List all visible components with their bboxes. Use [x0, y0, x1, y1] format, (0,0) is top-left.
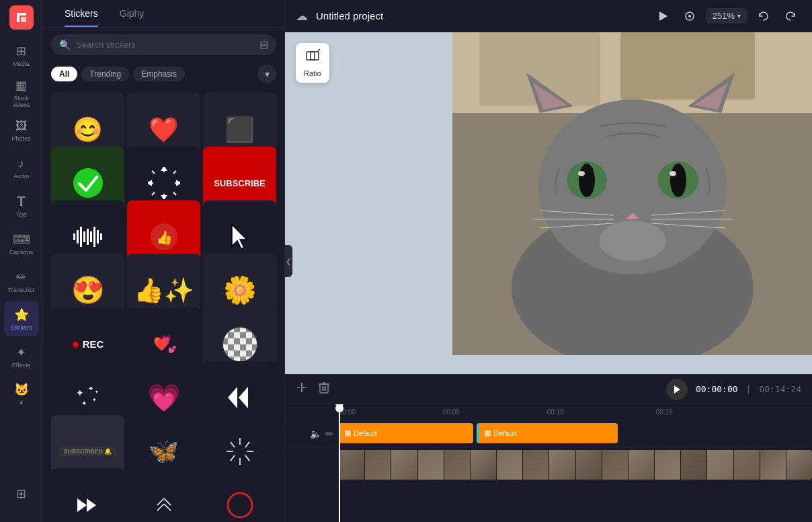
filter-icon[interactable]: ⊟	[259, 38, 268, 51]
sidebar-item-stock-videos[interactable]: ▦ Stockvideos	[4, 75, 39, 110]
sticker-misc2[interactable]	[127, 468, 200, 522]
film-frame	[681, 450, 707, 480]
svg-text:👍: 👍	[155, 229, 172, 246]
svg-point-105	[579, 163, 595, 197]
svg-rect-34	[246, 326, 252, 332]
playhead-circle	[335, 404, 343, 412]
zoom-level: 251%	[713, 11, 735, 21]
video-frame	[452, 32, 812, 355]
category-trending[interactable]: Trending	[81, 67, 129, 81]
text-clip-1[interactable]: ▦ Default	[339, 423, 473, 443]
delete-tool-button[interactable]	[319, 381, 329, 397]
video-filmstrip[interactable]	[339, 450, 812, 480]
ratio-button[interactable]: Ratio	[296, 43, 329, 83]
play-mode-button[interactable]	[652, 5, 674, 27]
time-separator: |	[746, 384, 752, 394]
svg-marker-128	[674, 385, 680, 394]
svg-marker-6	[162, 196, 166, 199]
collapse-panel-button[interactable]: ❮	[284, 245, 292, 277]
sticker-red-circle[interactable]	[203, 468, 276, 522]
svg-rect-31	[228, 326, 234, 332]
search-bar: 🔍 ⊟	[51, 34, 276, 55]
cursor-tool-button[interactable]	[679, 5, 700, 27]
sidebar-item-captions[interactable]: ⌨ Captions	[4, 226, 39, 261]
text-clip-2[interactable]: ▦ Default	[477, 423, 618, 443]
film-frame	[418, 450, 444, 480]
play-button[interactable]	[666, 379, 688, 400]
clip-1-label: Default	[354, 429, 377, 437]
svg-rect-52	[246, 344, 252, 350]
svg-text:✦: ✦	[88, 385, 93, 392]
svg-marker-81	[77, 498, 87, 512]
tab-giphy[interactable]: Giphy	[109, 0, 155, 27]
category-emphasis[interactable]: Emphasis	[133, 67, 185, 81]
project-title[interactable]: Untitled project	[316, 10, 644, 22]
split-tool-button[interactable]	[296, 381, 308, 397]
canvas-area: Ratio	[285, 32, 812, 374]
sidebar-item-media[interactable]: ⊞ Media	[4, 38, 39, 73]
category-all[interactable]: All	[51, 67, 77, 81]
track-row-video	[285, 447, 812, 482]
svg-rect-33	[240, 326, 246, 332]
svg-rect-55	[228, 350, 234, 357]
redo-button[interactable]	[780, 5, 801, 27]
svg-rect-46	[246, 338, 252, 344]
film-frame	[549, 450, 575, 480]
svg-point-90	[688, 15, 691, 17]
effects-icon: ✦	[16, 345, 26, 360]
sidebar-item-audio[interactable]: ♪ Audio	[4, 151, 39, 186]
tab-stickers[interactable]: Stickers	[54, 0, 109, 27]
film-frame	[576, 450, 602, 480]
topbar-controls: 251% ▾	[652, 5, 801, 27]
sidebar-item-stickers-label: Stickers	[10, 324, 32, 331]
svg-marker-4	[177, 181, 180, 185]
svg-text:💕: 💕	[168, 345, 177, 354]
ratio-icon	[305, 48, 320, 67]
grid-icon: ⊞	[16, 486, 26, 501]
svg-point-117	[573, 327, 627, 355]
undo-button[interactable]	[753, 5, 774, 27]
svg-point-0	[73, 168, 103, 198]
more-icon: 🐱	[14, 382, 29, 397]
stickers-icon: ⭐	[14, 307, 29, 322]
svg-rect-49	[228, 344, 234, 350]
film-frame	[734, 450, 760, 480]
svg-rect-54	[222, 350, 228, 357]
media-icon: ⊞	[16, 44, 26, 59]
zoom-selector[interactable]: 251% ▾	[706, 8, 747, 24]
svg-marker-2	[162, 167, 166, 170]
svg-point-107	[578, 171, 585, 176]
svg-line-76	[245, 455, 249, 461]
svg-rect-43	[228, 338, 234, 344]
sidebar-item-stickers[interactable]: ⭐ Stickers	[4, 301, 39, 336]
sidebar-item-photos[interactable]: 🖼 Photos	[4, 113, 39, 148]
search-icon: 🔍	[59, 40, 71, 50]
sidebar-item-text[interactable]: T Text	[4, 188, 39, 223]
timeline-ruler: 00:00 00:05 00:10 00:15	[285, 404, 812, 420]
category-more[interactable]: ▾	[257, 65, 276, 83]
sidebar-item-effects[interactable]: ✦ Effects	[4, 339, 39, 374]
stickers-panel: Stickers Giphy 🔍 ⊟ All Trending Emphasis…	[43, 0, 285, 522]
svg-rect-59	[252, 350, 258, 357]
film-frame	[339, 450, 365, 480]
video-preview	[452, 32, 812, 355]
film-frame	[760, 450, 786, 480]
upload-icon[interactable]: ☁	[296, 9, 308, 24]
svg-rect-35	[252, 326, 258, 332]
playhead[interactable]	[339, 404, 340, 522]
sticker-play-arrows[interactable]	[51, 468, 124, 522]
sidebar-item-transcript-label: Transcript	[8, 287, 35, 293]
main-area: ☁ Untitled project 251% ▾	[285, 0, 812, 522]
film-frame	[471, 450, 497, 480]
svg-rect-38	[234, 332, 240, 338]
svg-rect-51	[240, 344, 246, 350]
sidebar-item-grid[interactable]: ⊞	[4, 476, 39, 511]
sidebar-item-transcript[interactable]: ✏ Transcript	[4, 264, 39, 299]
svg-rect-30	[222, 326, 228, 332]
volume-icon[interactable]: 🔈	[310, 428, 321, 439]
edit-icon[interactable]: ✏	[325, 428, 333, 439]
svg-point-87	[228, 493, 252, 517]
sidebar-item-more[interactable]: 🐱 ▾	[4, 377, 39, 412]
search-input[interactable]	[76, 40, 251, 50]
app-logo[interactable]	[9, 5, 34, 30]
